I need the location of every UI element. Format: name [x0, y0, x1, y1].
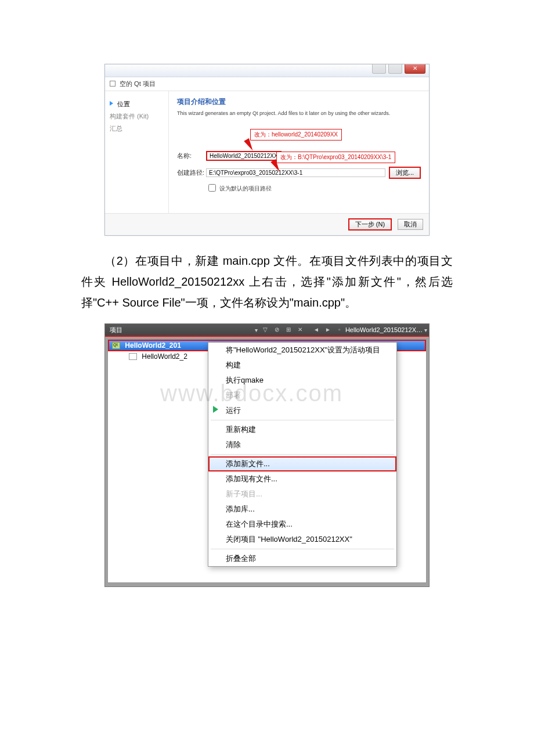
nav-back-icon[interactable]: ◄	[312, 326, 320, 334]
menu-collapse-all[interactable]: 折叠全部	[208, 551, 396, 566]
file-dropdown-icon[interactable]: ▾	[424, 327, 427, 333]
menu-clean[interactable]: 清除	[208, 437, 396, 452]
browse-button[interactable]: 浏览...	[389, 167, 421, 179]
ide-window: 项目 ▾ ▽ ⊘ ⊞ ✕ ◄ ► ▫ HelloWorld2_20150212X…	[104, 323, 430, 587]
projects-pane-label: 项目	[105, 326, 253, 334]
cancel-button[interactable]: 取消	[398, 219, 423, 230]
dropdown-icon[interactable]: ▾	[255, 327, 258, 333]
menu-close-project[interactable]: 关闭项目 "HelloWorld2_20150212XX"	[208, 532, 396, 547]
menu-separator	[211, 549, 394, 549]
step-kits: 构建套件 (Kit)	[110, 110, 164, 123]
wizard-window: 空的 Qt 项目 位置 构建套件 (Kit) 汇总 项目介绍和位置 This w…	[104, 64, 430, 236]
menu-add-existing[interactable]: 添加现有文件...	[208, 471, 396, 487]
default-path-label: 设为默认的项目路径	[219, 185, 272, 192]
filter-icon[interactable]: ▽	[261, 326, 269, 334]
menu-run[interactable]: 运行	[208, 403, 396, 418]
menu-separator	[211, 420, 394, 420]
menu-find-in-dir[interactable]: 在这个目录中搜索...	[208, 517, 396, 532]
menu-qmake[interactable]: 执行qmake	[208, 373, 396, 388]
annotation-1: 改为：helloworld2_20140209XX	[250, 129, 342, 141]
close-button[interactable]	[405, 64, 425, 74]
window-title: 空的 Qt 项目	[105, 77, 429, 91]
wizard-heading: 项目介绍和位置	[177, 97, 421, 107]
minimize-button[interactable]	[372, 64, 386, 74]
split-icon[interactable]: ⊞	[284, 326, 293, 334]
file-icon: ▫	[335, 326, 344, 334]
titlebar	[105, 64, 429, 77]
default-path-row: 设为默认的项目路径	[206, 182, 421, 193]
menu-new-subproject[interactable]: 新子项目...	[208, 487, 396, 502]
open-file-label[interactable]: HelloWorld2_20150212X…	[345, 326, 423, 333]
name-label: 名称:	[177, 152, 206, 160]
project-icon	[112, 342, 120, 349]
link-icon[interactable]: ⊘	[273, 326, 281, 334]
annotation-2: 改为：B:\QTPro\expro03_20140209XX\3-1	[276, 152, 395, 163]
nav-fwd-icon[interactable]: ►	[324, 326, 332, 334]
path-input[interactable]	[206, 168, 385, 177]
context-menu: 将"HelloWorld2_20150212XX"设置为活动项目 构建 执行qm…	[208, 342, 397, 567]
menu-separator	[211, 454, 394, 455]
play-icon	[213, 406, 218, 413]
default-path-checkbox[interactable]	[208, 184, 216, 192]
wizard-main: 项目介绍和位置 This wizard generates an empty Q…	[169, 91, 429, 213]
menu-build[interactable]: 构建	[208, 358, 396, 373]
menu-add-library[interactable]: 添加库...	[208, 502, 396, 517]
path-row: 创建路径: 浏览...	[177, 167, 421, 179]
step-sidebar: 位置 构建套件 (Kit) 汇总	[105, 91, 169, 213]
window-title-text: 空的 Qt 项目	[120, 80, 156, 87]
menu-set-active[interactable]: 将"HelloWorld2_20150212XX"设置为活动项目	[208, 343, 396, 358]
step-summary: 汇总	[110, 123, 164, 135]
step-location: 位置	[110, 98, 164, 110]
menu-add-new-file[interactable]: 添加新文件...	[208, 456, 396, 471]
app-icon	[110, 81, 116, 87]
close-pane-icon[interactable]: ✕	[296, 326, 304, 334]
menu-rebuild[interactable]: 重新构建	[208, 422, 396, 437]
maximize-button[interactable]	[388, 64, 402, 74]
next-button[interactable]: 下一步 (N)	[348, 218, 392, 231]
wizard-desc: This wizard generates an empty Qt projec…	[177, 110, 421, 116]
menu-deploy[interactable]: 部署	[208, 388, 396, 403]
name-input[interactable]	[206, 151, 282, 161]
pro-file-icon	[129, 353, 137, 360]
instruction-paragraph: （2）在项目中，新建 main.cpp 文件。在项目文件列表中的项目文件夹 He…	[81, 250, 453, 313]
wizard-footer: 下一步 (N) 取消	[105, 213, 429, 235]
path-label: 创建路径:	[177, 168, 206, 177]
arrow-icon	[110, 101, 113, 106]
project-tree: www.bdocx.com HelloWorld2_201 HelloWorld…	[107, 339, 427, 583]
ide-toolbar: 项目 ▾ ▽ ⊘ ⊞ ✕ ◄ ► ▫ HelloWorld2_20150212X…	[105, 324, 429, 337]
